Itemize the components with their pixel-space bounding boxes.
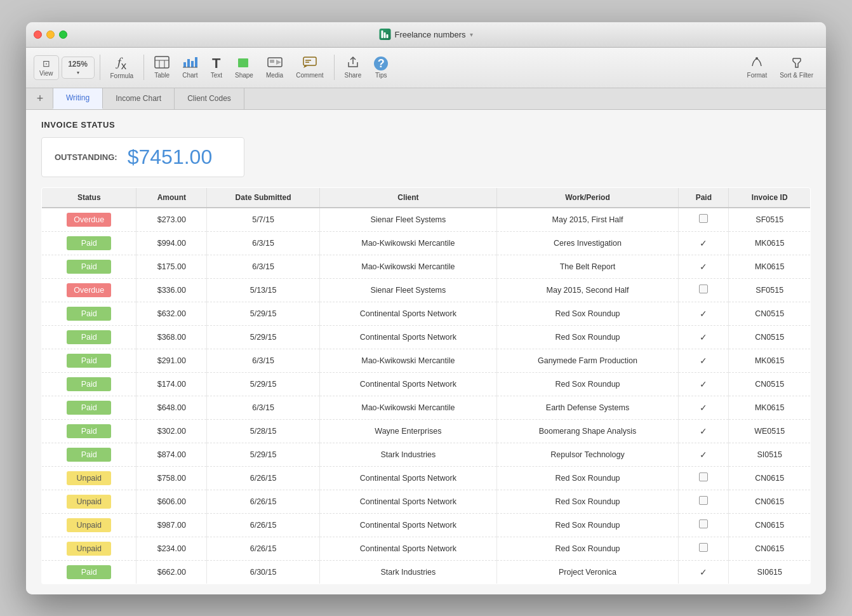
sort-filter-icon bbox=[790, 56, 804, 70]
tab-income-chart[interactable]: Income Chart bbox=[102, 88, 175, 109]
paid-cell[interactable]: ✓ bbox=[679, 443, 729, 466]
amount-cell: $632.00 bbox=[136, 302, 207, 325]
paid-cell[interactable]: ✓ bbox=[679, 255, 729, 278]
paid-cell[interactable]: ✓ bbox=[679, 231, 729, 255]
invoice-id-cell: CN0615 bbox=[729, 490, 811, 513]
paid-cell[interactable]: ✓ bbox=[679, 302, 729, 325]
status-cell: Paid bbox=[42, 349, 136, 372]
comment-label: Comment bbox=[296, 72, 323, 79]
check-icon: ✓ bbox=[700, 450, 707, 460]
invoice-id-cell: SI0615 bbox=[729, 560, 811, 584]
tips-button[interactable]: ? Tips bbox=[369, 54, 393, 81]
checkbox-empty[interactable] bbox=[699, 472, 708, 481]
work-cell: Repulsor Technology bbox=[496, 443, 678, 466]
separator-3 bbox=[334, 55, 335, 80]
format-button[interactable]: Format bbox=[742, 53, 773, 81]
check-icon: ✓ bbox=[700, 403, 707, 413]
check-icon: ✓ bbox=[700, 356, 707, 366]
invoice-id-cell: CN0615 bbox=[729, 513, 811, 537]
window-title: Freelance numbers bbox=[395, 30, 466, 39]
table-button[interactable]: Table bbox=[149, 53, 175, 81]
tips-icon: ? bbox=[374, 57, 388, 70]
paid-cell[interactable]: ✓ bbox=[679, 349, 729, 372]
paid-cell[interactable]: ✓ bbox=[679, 560, 729, 584]
client-cell: Wayne Enterprises bbox=[320, 419, 497, 443]
traffic-lights bbox=[34, 30, 67, 39]
text-icon: T bbox=[212, 57, 220, 70]
paid-cell[interactable]: ✓ bbox=[679, 325, 729, 349]
tab-client-codes[interactable]: Client Codes bbox=[174, 88, 244, 109]
zoom-dropdown-icon: ▾ bbox=[77, 70, 79, 76]
status-cell: Paid bbox=[42, 302, 136, 325]
close-button[interactable] bbox=[34, 30, 42, 39]
date-cell: 5/13/15 bbox=[207, 278, 320, 302]
formula-button[interactable]: 𝑓x Formula bbox=[105, 53, 139, 83]
share-button[interactable]: Share bbox=[340, 53, 367, 81]
fullscreen-button[interactable] bbox=[59, 30, 67, 39]
checkbox-empty[interactable] bbox=[699, 496, 708, 505]
text-button[interactable]: T Text bbox=[206, 54, 227, 81]
dropdown-icon[interactable]: ▾ bbox=[470, 31, 473, 38]
date-cell: 5/29/15 bbox=[207, 443, 320, 466]
toolbar-right: Format Sort & Filter bbox=[742, 53, 818, 81]
shape-button[interactable]: Shape bbox=[230, 53, 258, 81]
view-button[interactable]: ⊡ View bbox=[34, 55, 59, 80]
chart-icon bbox=[182, 56, 197, 70]
status-cell: Unpaid bbox=[42, 513, 136, 537]
amount-cell: $994.00 bbox=[136, 231, 207, 255]
col-header-amount: Amount bbox=[136, 187, 207, 208]
outstanding-label: OUTSTANDING: bbox=[55, 152, 117, 162]
checkbox-empty[interactable] bbox=[699, 519, 708, 528]
media-button[interactable]: Media bbox=[261, 53, 288, 81]
work-cell: Project Veronica bbox=[496, 560, 678, 584]
comment-button[interactable]: Comment bbox=[291, 53, 328, 81]
amount-cell: $648.00 bbox=[136, 396, 207, 419]
date-cell: 6/26/15 bbox=[207, 466, 320, 490]
paid-cell[interactable]: ✓ bbox=[679, 396, 729, 419]
paid-cell[interactable]: ✓ bbox=[679, 419, 729, 443]
checkbox-empty[interactable] bbox=[699, 543, 708, 552]
svg-rect-10 bbox=[195, 57, 197, 67]
separator-2 bbox=[143, 55, 144, 80]
svg-rect-8 bbox=[187, 59, 190, 67]
work-cell: Red Sox Roundup bbox=[496, 325, 678, 349]
table-row: Paid$994.006/3/15Mao-Kwikowski Mercantil… bbox=[42, 231, 811, 255]
invoice-id-cell: WE0515 bbox=[729, 419, 811, 443]
chart-button[interactable]: Chart bbox=[177, 53, 203, 81]
paid-cell[interactable] bbox=[679, 466, 729, 490]
checkbox-empty[interactable] bbox=[699, 285, 708, 293]
paid-cell[interactable]: ✓ bbox=[679, 372, 729, 396]
svg-rect-7 bbox=[183, 62, 186, 67]
paid-cell[interactable] bbox=[679, 490, 729, 513]
share-icon bbox=[346, 56, 360, 70]
client-cell: Continental Sports Network bbox=[320, 302, 497, 325]
outstanding-box: OUTSTANDING: $7451.00 bbox=[41, 137, 244, 177]
date-cell: 5/29/15 bbox=[207, 372, 320, 396]
status-badge: Paid bbox=[67, 236, 111, 250]
paid-cell[interactable] bbox=[679, 537, 729, 560]
minimize-button[interactable] bbox=[46, 30, 55, 39]
table-row: Paid$874.005/29/15Stark IndustriesRepuls… bbox=[42, 443, 811, 466]
svg-rect-2 bbox=[387, 34, 389, 38]
tabs-bar: + Writing Income Chart Client Codes bbox=[26, 88, 826, 110]
status-badge: Paid bbox=[67, 354, 111, 368]
format-icon bbox=[750, 56, 764, 70]
check-icon: ✓ bbox=[700, 238, 707, 248]
client-cell: Sienar Fleet Systems bbox=[320, 278, 497, 302]
tab-writing[interactable]: Writing bbox=[53, 88, 103, 109]
svg-rect-1 bbox=[384, 32, 386, 38]
paid-cell[interactable] bbox=[679, 208, 729, 232]
check-icon: ✓ bbox=[700, 567, 707, 577]
add-tab-button[interactable]: + bbox=[31, 88, 49, 109]
work-cell: Red Sox Roundup bbox=[496, 537, 678, 560]
date-cell: 6/26/15 bbox=[207, 490, 320, 513]
check-icon: ✓ bbox=[700, 426, 707, 436]
app-window: Freelance numbers ▾ ⊡ View 125% ▾ 𝑓x For… bbox=[26, 22, 826, 594]
checkbox-empty[interactable] bbox=[699, 214, 708, 223]
zoom-button[interactable]: 125% ▾ bbox=[62, 57, 95, 79]
paid-cell[interactable] bbox=[679, 278, 729, 302]
sort-filter-button[interactable]: Sort & Filter bbox=[775, 53, 818, 81]
paid-cell[interactable] bbox=[679, 513, 729, 537]
client-cell: Mao-Kwikowski Mercantile bbox=[320, 255, 497, 278]
invoice-id-cell: CN0615 bbox=[729, 537, 811, 560]
